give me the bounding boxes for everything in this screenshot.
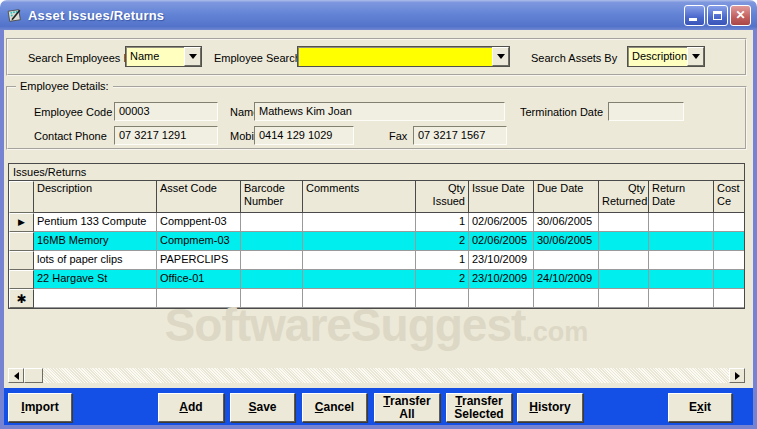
cell-qty-issued[interactable]: 2 — [416, 270, 469, 289]
employee-code-field[interactable]: 00003 — [114, 102, 218, 121]
horizontal-scrollbar[interactable] — [8, 368, 745, 383]
cell-cost-centre[interactable] — [714, 289, 745, 308]
name-field[interactable]: Mathews Kim Joan — [254, 102, 505, 121]
scrollbar-thumb[interactable] — [24, 368, 43, 383]
cell-issue-date[interactable] — [469, 289, 534, 308]
cell-cost-centre[interactable] — [714, 232, 745, 251]
add-button[interactable]: Add — [158, 393, 224, 422]
cell-barcode[interactable] — [241, 289, 303, 308]
cell-qty-issued[interactable]: 1 — [416, 213, 469, 232]
import-button[interactable]: Import — [8, 393, 72, 422]
table-row[interactable]: 22 Hargave St Office-01 2 23/10/2009 24/… — [9, 270, 744, 289]
cell-comments[interactable] — [303, 232, 416, 251]
row-selector[interactable]: ▶ — [9, 213, 34, 232]
cell-comments[interactable] — [303, 213, 416, 232]
cell-due-date[interactable] — [534, 289, 599, 308]
cell-qty-returned[interactable] — [599, 213, 649, 232]
cell-comments[interactable] — [303, 289, 416, 308]
cell-issue-date[interactable]: 02/06/2005 — [469, 213, 534, 232]
cell-return-date[interactable] — [649, 251, 714, 270]
transfer-all-button[interactable]: Transfer All — [374, 393, 440, 422]
transfer-selected-button[interactable]: Transfer Selected — [446, 393, 512, 422]
cell-qty-issued[interactable]: 1 — [416, 251, 469, 270]
row-selector[interactable] — [9, 232, 34, 251]
row-selector[interactable]: ✱ — [9, 289, 34, 308]
column-header[interactable]: Return Date — [649, 181, 714, 213]
cell-qty-returned[interactable] — [599, 232, 649, 251]
cell-asset-code[interactable] — [157, 289, 241, 308]
scroll-left-button[interactable] — [8, 368, 24, 383]
exit-button[interactable]: Exit — [668, 393, 732, 422]
column-header[interactable]: Cost Ce — [714, 181, 745, 213]
contact-phone-field[interactable]: 07 3217 1291 — [114, 126, 218, 145]
column-header[interactable]: Comments — [303, 181, 416, 213]
search-employees-by-select[interactable]: Name — [125, 46, 202, 67]
cell-asset-code[interactable]: PAPERCLIPS — [157, 251, 241, 270]
cell-due-date[interactable]: 30/06/2005 — [534, 232, 599, 251]
cell-return-date[interactable] — [649, 289, 714, 308]
cell-description[interactable]: 22 Hargave St — [34, 270, 157, 289]
dropdown-button[interactable] — [492, 47, 509, 66]
cell-due-date[interactable]: 30/06/2005 — [534, 213, 599, 232]
termination-date-field[interactable] — [608, 102, 684, 121]
cell-cost-centre[interactable] — [714, 213, 745, 232]
search-assets-by-select[interactable]: Description — [627, 46, 705, 67]
cell-comments[interactable] — [303, 251, 416, 270]
cell-asset-code[interactable]: Office-01 — [157, 270, 241, 289]
column-header[interactable]: Qty Returned — [599, 181, 649, 213]
current-record-icon: ▶ — [18, 218, 25, 227]
scroll-right-button[interactable] — [729, 368, 745, 383]
fax-field[interactable]: 07 3217 1567 — [413, 126, 507, 145]
cell-return-date[interactable] — [649, 232, 714, 251]
cell-due-date[interactable]: 24/10/2009 — [534, 270, 599, 289]
cell-description[interactable]: lots of paper clips — [34, 251, 157, 270]
employee-search-select[interactable] — [297, 46, 510, 67]
row-selector[interactable] — [9, 251, 34, 270]
column-header[interactable]: Asset Code — [157, 181, 241, 213]
cell-comments[interactable] — [303, 270, 416, 289]
cell-barcode[interactable] — [241, 213, 303, 232]
cell-due-date[interactable] — [534, 251, 599, 270]
dropdown-button[interactable] — [184, 47, 201, 66]
cell-qty-returned[interactable] — [599, 270, 649, 289]
column-header[interactable]: Due Date — [534, 181, 599, 213]
cell-barcode[interactable] — [241, 251, 303, 270]
column-header[interactable]: Qty Issued — [416, 181, 469, 213]
cell-barcode[interactable] — [241, 270, 303, 289]
cell-issue-date[interactable]: 23/10/2009 — [469, 251, 534, 270]
history-button[interactable]: History — [517, 393, 583, 422]
dropdown-button[interactable] — [687, 47, 704, 66]
cell-issue-date[interactable]: 02/06/2005 — [469, 232, 534, 251]
table-row[interactable]: 16MB Memory Compmem-03 2 02/06/2005 30/0… — [9, 232, 744, 251]
cell-qty-issued[interactable]: 2 — [416, 232, 469, 251]
cancel-button[interactable]: Cancel — [302, 393, 367, 422]
minimize-button[interactable] — [684, 5, 705, 26]
cell-qty-returned[interactable] — [599, 289, 649, 308]
cell-issue-date[interactable]: 23/10/2009 — [469, 270, 534, 289]
cell-asset-code[interactable]: Compmem-03 — [157, 232, 241, 251]
cell-cost-centre[interactable] — [714, 270, 745, 289]
column-header[interactable]: Description — [34, 181, 157, 213]
close-button[interactable]: ✕ — [730, 5, 751, 26]
cell-description[interactable]: 16MB Memory — [34, 232, 157, 251]
cell-barcode[interactable] — [241, 232, 303, 251]
grid-caption: Issues/Returns — [9, 164, 744, 181]
table-row[interactable]: lots of paper clips PAPERCLIPS 1 23/10/2… — [9, 251, 744, 270]
cell-return-date[interactable] — [649, 213, 714, 232]
cell-asset-code[interactable]: Comppent-03 — [157, 213, 241, 232]
row-selector[interactable] — [9, 270, 34, 289]
cell-description[interactable] — [34, 289, 157, 308]
cell-qty-issued[interactable] — [416, 289, 469, 308]
mobile-field[interactable]: 0414 129 1029 — [254, 126, 354, 145]
column-header[interactable]: Barcode Number — [241, 181, 303, 213]
cell-qty-returned[interactable] — [599, 251, 649, 270]
cell-cost-centre[interactable] — [714, 251, 745, 270]
cell-return-date[interactable] — [649, 270, 714, 289]
save-button[interactable]: Save — [230, 393, 295, 422]
maximize-button[interactable] — [707, 5, 728, 26]
title-bar[interactable]: Asset Issues/Returns ✕ — [0, 0, 757, 30]
cell-description[interactable]: Pentium 133 Compute — [34, 213, 157, 232]
table-row[interactable]: ▶ Pentium 133 Compute Comppent-03 1 02/0… — [9, 213, 744, 232]
new-record-row[interactable]: ✱ — [9, 289, 744, 308]
column-header[interactable]: Issue Date — [469, 181, 534, 213]
